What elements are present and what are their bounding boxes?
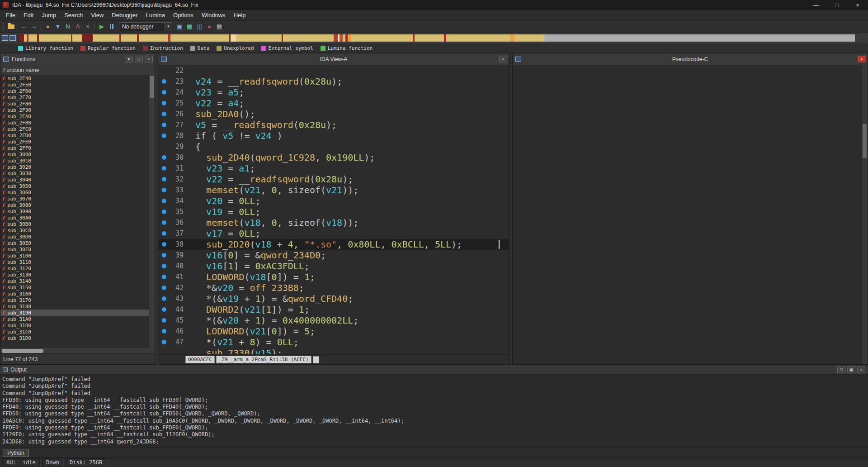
code-line[interactable]: 47 *(v21 + 8) = 0LL; xyxy=(158,337,509,348)
navband-segment[interactable] xyxy=(19,34,24,42)
code-line[interactable]: 26sub_2DA0(); xyxy=(158,109,509,119)
navband-empty-region[interactable] xyxy=(544,34,855,42)
gutter[interactable] xyxy=(158,275,170,279)
functions-vertical-scrollbar[interactable] xyxy=(149,75,155,348)
function-item[interactable]: fsub_31B0 xyxy=(0,322,155,329)
module-list-icon[interactable]: ◫ xyxy=(195,22,204,31)
code-line[interactable]: 36 memset(v18, 0, sizeof(v18)); xyxy=(158,217,509,228)
functions-float-button[interactable]: □ xyxy=(135,56,143,62)
output-close-button[interactable]: × xyxy=(857,367,865,373)
code-line[interactable]: 22 xyxy=(158,65,509,76)
function-item[interactable]: fsub_2FA0 xyxy=(0,113,155,119)
navband-segment[interactable] xyxy=(121,34,137,42)
function-item[interactable]: fsub_2F50 xyxy=(0,81,155,88)
gutter[interactable] xyxy=(158,242,170,247)
code-line[interactable]: 27v5 = __readfsqword(0x28u); xyxy=(158,119,509,130)
navband-segment[interactable] xyxy=(515,34,544,42)
function-item[interactable]: fsub_2F90 xyxy=(0,107,155,113)
function-item[interactable]: fsub_30D0 xyxy=(0,234,155,240)
function-item[interactable]: fsub_3180 xyxy=(0,303,155,310)
function-item[interactable]: fsub_3100 xyxy=(0,253,155,259)
function-item[interactable]: fsub_2F70 xyxy=(0,94,155,100)
code-line[interactable]: 30 sub_2D40(qword_1C928, 0x190LL); xyxy=(158,152,509,163)
code-line[interactable]: 42 *&v20 = off_233B8; xyxy=(158,282,509,293)
navband-zoom-icon[interactable] xyxy=(9,35,16,41)
code-line[interactable]: 34 v20 = 0LL; xyxy=(158,195,509,206)
code-line[interactable]: 32 v22 = __readfsqword(0x28u); xyxy=(158,174,509,185)
function-item[interactable]: fsub_3110 xyxy=(0,259,155,265)
function-item[interactable]: fsub_30A0 xyxy=(0,214,155,221)
code-line[interactable]: 46 LODWORD(v21[0]) = 5; xyxy=(158,326,509,337)
code-line[interactable]: 37 v17 = 0LL; xyxy=(158,228,509,239)
function-item[interactable]: fsub_2FB0 xyxy=(0,119,155,126)
navband-segment[interactable] xyxy=(82,34,93,42)
breakpoint-list-icon[interactable]: ● xyxy=(205,22,214,31)
navband-segment[interactable] xyxy=(72,34,82,42)
output-maximize-button[interactable]: ▣ xyxy=(847,367,855,373)
pseudocode-vscroll-thumb[interactable] xyxy=(863,124,867,158)
menu-item-jump[interactable]: Jump xyxy=(38,10,60,20)
function-item[interactable]: fsub_3010 xyxy=(0,157,155,164)
pause-process-icon[interactable] xyxy=(107,22,116,31)
gutter[interactable] xyxy=(158,286,170,290)
gutter[interactable] xyxy=(158,340,170,344)
open-file-icon[interactable] xyxy=(8,24,14,29)
function-item[interactable]: fsub_31D0 xyxy=(0,335,155,341)
code-line[interactable]: 23v24 = __readfsqword(0x28u); xyxy=(158,76,509,87)
navband-segment[interactable] xyxy=(28,34,37,42)
navband-segment[interactable] xyxy=(24,34,27,42)
start-process-icon[interactable]: ▶ xyxy=(97,22,106,31)
navband-segment[interactable] xyxy=(236,34,281,42)
function-item[interactable]: fsub_30B0 xyxy=(0,221,155,227)
gutter[interactable] xyxy=(158,177,170,181)
pseudocode-titlebar[interactable]: Pseudocode-C × xyxy=(513,53,868,65)
functions-close-button[interactable]: × xyxy=(145,56,153,62)
gutter[interactable] xyxy=(158,264,170,268)
gutter[interactable] xyxy=(158,112,170,116)
navband-segment[interactable] xyxy=(446,34,510,42)
names-window-icon[interactable]: N xyxy=(63,22,72,31)
cancel-icon[interactable]: × xyxy=(83,22,92,31)
function-item[interactable]: fsub_3130 xyxy=(0,272,155,278)
pseudocode-close-button[interactable]: × xyxy=(858,56,866,62)
navband-segment[interactable] xyxy=(334,34,337,42)
functions-menu-button[interactable]: ▼ xyxy=(125,56,133,62)
functions-vscroll-thumb[interactable] xyxy=(150,76,154,98)
menu-item-lumina[interactable]: Lumina xyxy=(142,10,169,20)
code-line[interactable]: 35 v19 = 0LL; xyxy=(158,206,509,217)
functions-hscroll-thumb[interactable] xyxy=(2,349,43,353)
code-area[interactable]: 2223v24 = __readfsqword(0x28u);24v23 = a… xyxy=(158,65,509,354)
function-item[interactable]: fsub_3060 xyxy=(0,189,155,195)
function-item[interactable]: fsub_3140 xyxy=(0,278,155,284)
strings-window-icon[interactable]: A xyxy=(73,22,82,31)
function-item[interactable]: fsub_30E0 xyxy=(0,240,155,246)
function-item[interactable]: fsub_30C0 xyxy=(0,227,155,234)
python-cli-input[interactable] xyxy=(33,449,863,457)
code-line[interactable]: 39 v16[0] = &qword_234D0; xyxy=(158,250,509,261)
function-item[interactable]: fsub_3020 xyxy=(0,164,155,170)
code-line[interactable]: 31 v23 = a1; xyxy=(158,163,509,174)
navigation-band[interactable] xyxy=(18,34,855,42)
output-titlebar[interactable]: Output □ ▣ × xyxy=(0,365,868,375)
navband-segment[interactable] xyxy=(510,34,515,42)
function-item[interactable]: fsub_3160 xyxy=(0,291,155,297)
function-item[interactable]: fsub_3040 xyxy=(0,176,155,183)
gutter[interactable] xyxy=(158,123,170,127)
code-line[interactable]: 38 sub_2D20(v18 + 4, "*.so", 0x80LL, 0xB… xyxy=(158,239,509,250)
gutter[interactable] xyxy=(158,231,170,236)
code-line[interactable]: 41 LODWORD(v18[0]) = 1; xyxy=(158,272,509,282)
navband-segment[interactable] xyxy=(283,34,334,42)
debugger-windows-icon[interactable]: ▦ xyxy=(185,22,194,31)
code-line[interactable]: 29{ xyxy=(158,141,509,152)
code-line[interactable]: 33 memset(v21, 0, sizeof(v21)); xyxy=(158,185,509,195)
function-item[interactable]: fsub_2F80 xyxy=(0,100,155,107)
code-line[interactable]: 28if ( v5 != v24 ) xyxy=(158,130,509,141)
gutter[interactable] xyxy=(158,79,170,84)
function-item[interactable]: fsub_3000 xyxy=(0,151,155,157)
gutter[interactable] xyxy=(158,90,170,95)
gutter[interactable] xyxy=(158,329,170,334)
function-item[interactable]: fsub_2F60 xyxy=(0,88,155,94)
gutter[interactable] xyxy=(158,199,170,203)
function-item[interactable]: fsub_3170 xyxy=(0,297,155,303)
gutter[interactable] xyxy=(158,210,170,214)
